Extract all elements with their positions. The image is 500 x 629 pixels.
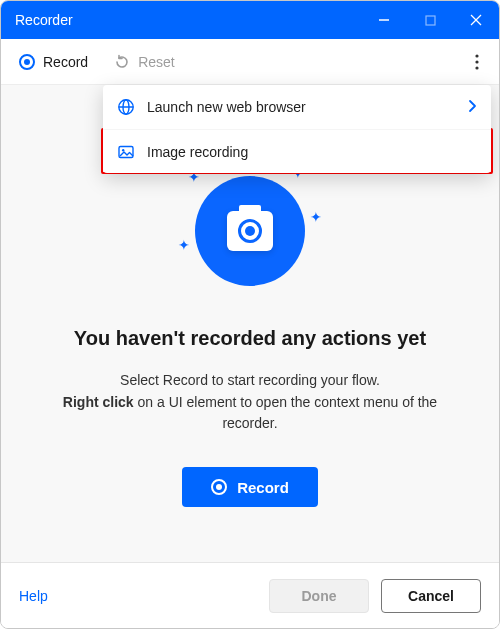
subtext-line1: Select Record to start recording your fl…: [120, 372, 380, 388]
svg-point-11: [122, 149, 124, 151]
image-recording-label: Image recording: [147, 144, 465, 160]
footer: Help Done Cancel: [1, 562, 499, 628]
reset-icon: [114, 54, 130, 70]
svg-point-6: [475, 66, 478, 69]
subtext-bold: Right click: [63, 394, 134, 410]
globe-icon: [117, 98, 135, 116]
record-button[interactable]: Record: [182, 467, 318, 507]
record-toggle[interactable]: Record: [11, 50, 96, 74]
image-recording-item[interactable]: Image recording: [103, 129, 491, 173]
subtext-line2: on a UI element to open the context menu…: [134, 394, 438, 432]
toolbar: Record Reset: [1, 39, 499, 85]
help-link[interactable]: Help: [19, 588, 48, 604]
record-button-label: Record: [237, 479, 289, 496]
svg-rect-1: [426, 16, 435, 25]
reset-label: Reset: [138, 54, 175, 70]
close-button[interactable]: [453, 1, 499, 39]
record-button-icon: [211, 479, 227, 495]
window-title: Recorder: [1, 12, 361, 28]
title-bar: Recorder: [1, 1, 499, 39]
camera-icon: [227, 211, 273, 251]
options-dropdown: Launch new web browser Image recording: [103, 85, 491, 173]
empty-state-headline: You haven't recorded any actions yet: [74, 327, 426, 350]
cancel-button[interactable]: Cancel: [381, 579, 481, 613]
record-icon: [19, 54, 35, 70]
done-button: Done: [269, 579, 369, 613]
reset-button[interactable]: Reset: [106, 50, 183, 74]
kebab-icon: [475, 54, 479, 70]
chevron-right-icon: [467, 99, 477, 116]
minimize-button[interactable]: [361, 1, 407, 39]
maximize-icon: [425, 15, 436, 26]
empty-state-subtext: Select Record to start recording your fl…: [60, 370, 440, 435]
recorder-window: Recorder Record Reset ✦✦✦✦ You haven't r…: [0, 0, 500, 629]
close-icon: [470, 14, 482, 26]
more-options-button[interactable]: [465, 48, 489, 76]
launch-browser-label: Launch new web browser: [147, 99, 455, 115]
empty-state-illustration: ✦✦✦✦: [180, 161, 320, 301]
record-label: Record: [43, 54, 88, 70]
svg-point-4: [475, 54, 478, 57]
launch-browser-item[interactable]: Launch new web browser: [103, 85, 491, 129]
svg-point-5: [475, 60, 478, 63]
minimize-icon: [378, 14, 390, 26]
image-icon: [117, 143, 135, 161]
maximize-button[interactable]: [407, 1, 453, 39]
